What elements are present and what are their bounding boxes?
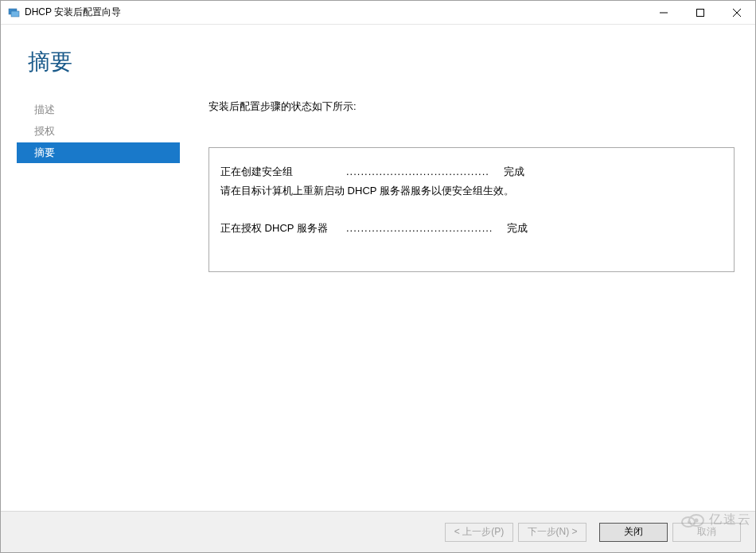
maximize-button[interactable]	[682, 1, 719, 24]
status-box: 正在创建安全组 ................................…	[208, 147, 735, 272]
sidebar-item-description[interactable]: 描述	[26, 99, 180, 120]
app-icon	[7, 6, 20, 19]
svg-rect-3	[697, 9, 704, 16]
wizard-body: 描述 授权 摘要 安装后配置步骤的状态如下所示: 正在创建安全组 .......…	[1, 93, 755, 511]
status-row-authorize: 正在授权 DHCP 服务器 ..........................…	[220, 220, 723, 236]
wizard-window: DHCP 安装后配置向导 摘要 描述 授权 摘要 安装后配置步骤的状态如下所示:	[0, 0, 756, 553]
wizard-header: 摘要	[1, 25, 755, 93]
status-task-label: 正在创建安全组	[220, 164, 340, 180]
intro-text: 安装后配置步骤的状态如下所示:	[208, 99, 735, 114]
cancel-button: 取消	[672, 523, 741, 542]
sidebar-item-summary[interactable]: 摘要	[17, 142, 180, 163]
status-note: 请在目标计算机上重新启动 DHCP 服务器服务以便安全组生效。	[220, 183, 723, 199]
window-controls	[645, 1, 755, 24]
previous-button: < 上一步(P)	[445, 523, 513, 542]
minimize-button[interactable]	[645, 1, 682, 24]
next-button: 下一步(N) >	[518, 523, 586, 542]
status-dots: ........................................	[346, 220, 493, 236]
titlebar: DHCP 安装后配置向导	[1, 1, 755, 25]
status-result: 完成	[507, 220, 528, 236]
status-task-label: 正在授权 DHCP 服务器	[220, 220, 340, 236]
svg-rect-1	[11, 11, 19, 17]
status-dots: .......................................	[346, 164, 489, 180]
close-wizard-button[interactable]: 关闭	[599, 523, 668, 542]
sidebar-item-authorize[interactable]: 授权	[26, 121, 180, 142]
wizard-content: 安装后配置步骤的状态如下所示: 正在创建安全组 ................…	[180, 93, 755, 511]
page-title: 摘要	[28, 47, 728, 77]
close-button[interactable]	[719, 1, 755, 24]
status-result: 完成	[504, 164, 524, 180]
wizard-sidebar: 描述 授权 摘要	[1, 93, 180, 511]
window-title: DHCP 安装后配置向导	[25, 6, 645, 19]
status-row-create-group: 正在创建安全组 ................................…	[220, 164, 723, 180]
wizard-footer: < 上一步(P) 下一步(N) > 关闭 取消	[1, 511, 755, 552]
